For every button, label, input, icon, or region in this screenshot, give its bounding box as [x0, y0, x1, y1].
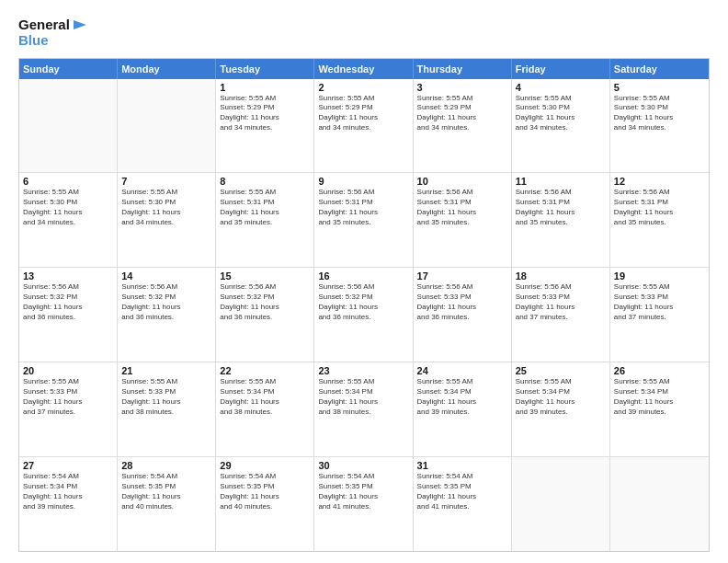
cell-info: Sunrise: 5:56 AMSunset: 5:33 PMDaylight:…: [417, 282, 507, 322]
cell-info: Sunrise: 5:55 AMSunset: 5:33 PMDaylight:…: [614, 282, 705, 322]
day-number: 28: [121, 460, 211, 471]
cal-cell: 3 Sunrise: 5:55 AMSunset: 5:29 PMDayligh…: [414, 79, 512, 173]
col-thursday: Thursday: [414, 59, 512, 79]
cell-info: Sunrise: 5:56 AMSunset: 5:31 PMDaylight:…: [516, 188, 606, 227]
day-number: 16: [318, 270, 408, 282]
logo-arrow-icon: [72, 18, 88, 31]
cal-cell: 25 Sunrise: 5:55 AMSunset: 5:34 PMDaylig…: [512, 362, 610, 456]
cal-cell: 9 Sunrise: 5:56 AMSunset: 5:31 PMDayligh…: [314, 173, 413, 267]
day-number: 5: [614, 82, 705, 93]
cal-row-2: 13 Sunrise: 5:56 AMSunset: 5:32 PMDaylig…: [19, 268, 709, 362]
cell-info: Sunrise: 5:56 AMSunset: 5:31 PMDaylight:…: [318, 188, 408, 227]
header: General Blue: [18, 17, 710, 49]
day-number: 27: [23, 460, 113, 471]
day-number: 3: [417, 82, 507, 93]
col-tuesday: Tuesday: [216, 59, 314, 79]
cal-cell: 11 Sunrise: 5:56 AMSunset: 5:31 PMDaylig…: [512, 173, 610, 267]
day-number: 22: [220, 365, 310, 376]
cell-info: Sunrise: 5:56 AMSunset: 5:32 PMDaylight:…: [220, 282, 310, 322]
cal-cell: 29 Sunrise: 5:54 AMSunset: 5:35 PMDaylig…: [216, 457, 314, 551]
day-number: 1: [220, 82, 310, 93]
cal-cell: 15 Sunrise: 5:56 AMSunset: 5:32 PMDaylig…: [216, 268, 314, 362]
col-wednesday: Wednesday: [314, 59, 413, 79]
cell-info: Sunrise: 5:55 AMSunset: 5:34 PMDaylight:…: [417, 377, 507, 417]
calendar: Sunday Monday Tuesday Wednesday Thursday…: [18, 58, 710, 553]
day-number: 18: [516, 270, 606, 282]
cell-info: Sunrise: 5:56 AMSunset: 5:32 PMDaylight:…: [121, 282, 211, 322]
cal-row-1: 6 Sunrise: 5:55 AMSunset: 5:30 PMDayligh…: [19, 173, 709, 268]
cell-info: Sunrise: 5:55 AMSunset: 5:33 PMDaylight:…: [23, 377, 113, 417]
cell-info: Sunrise: 5:55 AMSunset: 5:30 PMDaylight:…: [121, 188, 211, 227]
day-number: 10: [417, 176, 507, 187]
cal-cell: 12 Sunrise: 5:56 AMSunset: 5:31 PMDaylig…: [610, 173, 709, 267]
cal-cell: 1 Sunrise: 5:55 AMSunset: 5:29 PMDayligh…: [216, 79, 314, 173]
cell-info: Sunrise: 5:55 AMSunset: 5:29 PMDaylight:…: [220, 94, 310, 133]
cal-cell: 27 Sunrise: 5:54 AMSunset: 5:34 PMDaylig…: [19, 457, 118, 551]
cell-info: Sunrise: 5:56 AMSunset: 5:31 PMDaylight:…: [417, 188, 507, 227]
cal-cell: 21 Sunrise: 5:55 AMSunset: 5:33 PMDaylig…: [118, 362, 216, 456]
cal-cell: 18 Sunrise: 5:56 AMSunset: 5:33 PMDaylig…: [512, 268, 610, 362]
logo-blue: Blue: [18, 32, 88, 48]
cal-cell: 31 Sunrise: 5:54 AMSunset: 5:35 PMDaylig…: [414, 457, 512, 551]
day-number: 23: [318, 365, 408, 376]
day-number: 24: [417, 365, 507, 376]
cell-info: Sunrise: 5:55 AMSunset: 5:34 PMDaylight:…: [614, 377, 705, 417]
cal-cell: 28 Sunrise: 5:54 AMSunset: 5:35 PMDaylig…: [118, 457, 216, 551]
day-number: 8: [220, 176, 310, 187]
cal-cell: 20 Sunrise: 5:55 AMSunset: 5:33 PMDaylig…: [19, 362, 118, 456]
cell-info: Sunrise: 5:55 AMSunset: 5:34 PMDaylight:…: [220, 377, 310, 417]
cal-cell: 16 Sunrise: 5:56 AMSunset: 5:32 PMDaylig…: [314, 268, 413, 362]
cell-info: Sunrise: 5:55 AMSunset: 5:30 PMDaylight:…: [516, 94, 606, 133]
cal-cell: 7 Sunrise: 5:55 AMSunset: 5:30 PMDayligh…: [118, 173, 216, 267]
cal-cell: 24 Sunrise: 5:55 AMSunset: 5:34 PMDaylig…: [414, 362, 512, 456]
cell-info: Sunrise: 5:55 AMSunset: 5:29 PMDaylight:…: [417, 94, 507, 133]
cal-row-3: 20 Sunrise: 5:55 AMSunset: 5:33 PMDaylig…: [19, 362, 709, 457]
cell-info: Sunrise: 5:55 AMSunset: 5:34 PMDaylight:…: [318, 377, 408, 417]
day-number: 14: [121, 270, 211, 282]
cal-cell: [512, 457, 610, 551]
cell-info: Sunrise: 5:56 AMSunset: 5:32 PMDaylight:…: [23, 282, 113, 322]
cell-info: Sunrise: 5:55 AMSunset: 5:29 PMDaylight:…: [318, 94, 408, 133]
cal-cell: 30 Sunrise: 5:54 AMSunset: 5:35 PMDaylig…: [314, 457, 413, 551]
day-number: 4: [516, 82, 606, 93]
day-number: 6: [23, 176, 113, 187]
col-monday: Monday: [118, 59, 216, 79]
day-number: 29: [220, 460, 310, 471]
cell-info: Sunrise: 5:56 AMSunset: 5:33 PMDaylight:…: [516, 282, 606, 322]
cell-info: Sunrise: 5:54 AMSunset: 5:35 PMDaylight:…: [220, 472, 310, 511]
cal-cell: [19, 79, 118, 173]
col-saturday: Saturday: [610, 59, 709, 79]
day-number: 19: [614, 270, 705, 282]
day-number: 12: [614, 176, 705, 187]
day-number: 13: [23, 270, 113, 282]
logo: General Blue: [18, 17, 88, 49]
cal-cell: 2 Sunrise: 5:55 AMSunset: 5:29 PMDayligh…: [314, 79, 413, 173]
cell-info: Sunrise: 5:54 AMSunset: 5:35 PMDaylight:…: [417, 472, 507, 511]
cal-cell: [610, 457, 709, 551]
col-sunday: Sunday: [19, 59, 118, 79]
cal-cell: 10 Sunrise: 5:56 AMSunset: 5:31 PMDaylig…: [414, 173, 512, 267]
cal-cell: [118, 79, 216, 173]
cal-row-4: 27 Sunrise: 5:54 AMSunset: 5:34 PMDaylig…: [19, 457, 709, 551]
svg-marker-0: [74, 20, 86, 29]
cell-info: Sunrise: 5:54 AMSunset: 5:34 PMDaylight:…: [23, 472, 113, 511]
day-number: 9: [318, 176, 408, 187]
cell-info: Sunrise: 5:55 AMSunset: 5:30 PMDaylight:…: [614, 94, 705, 133]
page: General Blue Sunday Monday Tuesday Wedne…: [0, 0, 728, 563]
cal-cell: 14 Sunrise: 5:56 AMSunset: 5:32 PMDaylig…: [118, 268, 216, 362]
cal-cell: 8 Sunrise: 5:55 AMSunset: 5:31 PMDayligh…: [216, 173, 314, 267]
cell-info: Sunrise: 5:54 AMSunset: 5:35 PMDaylight:…: [121, 472, 211, 511]
cal-row-0: 1 Sunrise: 5:55 AMSunset: 5:29 PMDayligh…: [19, 79, 709, 174]
cell-info: Sunrise: 5:55 AMSunset: 5:31 PMDaylight:…: [220, 188, 310, 227]
calendar-header: Sunday Monday Tuesday Wednesday Thursday…: [19, 59, 709, 79]
day-number: 17: [417, 270, 507, 282]
cal-cell: 6 Sunrise: 5:55 AMSunset: 5:30 PMDayligh…: [19, 173, 118, 267]
day-number: 31: [417, 460, 507, 471]
col-friday: Friday: [512, 59, 610, 79]
cell-info: Sunrise: 5:56 AMSunset: 5:32 PMDaylight:…: [318, 282, 408, 322]
cell-info: Sunrise: 5:55 AMSunset: 5:34 PMDaylight:…: [516, 377, 606, 417]
day-number: 21: [121, 365, 211, 376]
cal-cell: 17 Sunrise: 5:56 AMSunset: 5:33 PMDaylig…: [414, 268, 512, 362]
cal-cell: 13 Sunrise: 5:56 AMSunset: 5:32 PMDaylig…: [19, 268, 118, 362]
cal-cell: 5 Sunrise: 5:55 AMSunset: 5:30 PMDayligh…: [610, 79, 709, 173]
